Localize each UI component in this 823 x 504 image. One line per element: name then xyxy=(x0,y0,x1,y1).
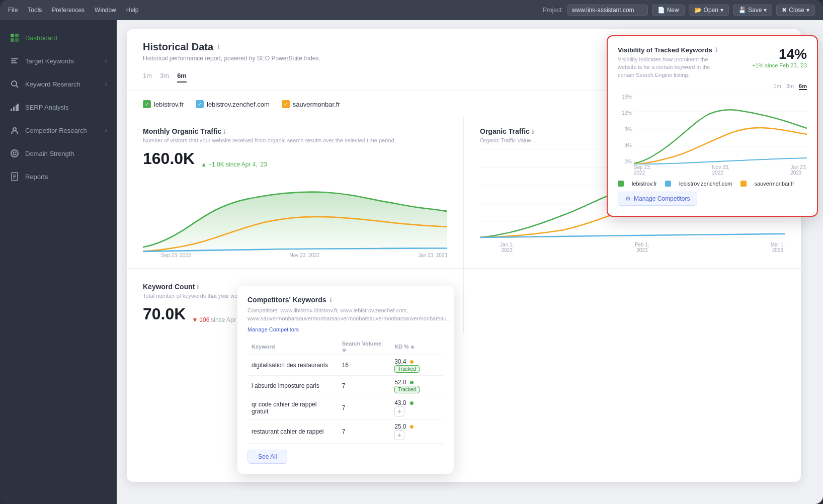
monthly-organic-panel: Monthly Organic Traffic ℹ Number of visi… xyxy=(127,117,464,269)
vol-cell-3: 7 xyxy=(338,396,391,420)
x-labels-ot: Jan 1,2023 Feb 1,2023 Mar 1,2023 xyxy=(480,242,785,253)
app-container: Dashboard Target Keywords › Keyword Rese… xyxy=(0,20,823,504)
vol-cell-4: 7 xyxy=(338,420,391,444)
main-content: Historical Data ℹ Historical performance… xyxy=(117,20,823,504)
table-row: restaurant cahier de rappel 7 25.0 + xyxy=(248,420,444,444)
vis-y-labels: 0% 4% 8% 12% 16% xyxy=(618,94,632,164)
sidebar-item-label-reports: Reports xyxy=(25,173,48,181)
see-all-button[interactable]: See All xyxy=(248,450,287,464)
kd-cell-1: 30.4 Tracked xyxy=(390,355,444,376)
kw-subtitle: Competitors: www.libistrov-libistrov.fr,… xyxy=(248,307,444,322)
sidebar: Dashboard Target Keywords › Keyword Rese… xyxy=(0,20,117,504)
sort-icon-kd: ⊕ xyxy=(410,345,415,350)
kd-dot-2 xyxy=(410,381,414,384)
serp-analysis-icon xyxy=(10,103,19,112)
svg-rect-1 xyxy=(15,34,19,37)
vis-change: +1% since Feb 23, '23 xyxy=(752,62,807,68)
competitor-checkbox-green[interactable]: ✓ xyxy=(143,100,151,108)
sidebar-item-target-keywords[interactable]: Target Keywords › xyxy=(0,49,117,72)
open-icon: 📂 xyxy=(694,7,702,14)
monthly-organic-chart xyxy=(143,172,447,253)
time-tab-6m[interactable]: 6m xyxy=(177,70,187,82)
competitor-checkbox-yellow[interactable]: ✓ xyxy=(282,100,290,108)
settings-icon-vis: ⚙ xyxy=(625,195,631,202)
time-tab-1m[interactable]: 1m xyxy=(143,70,152,82)
vis-header-right: 14% +1% since Feb 23, '23 xyxy=(752,46,807,68)
competitor-name-1: lebistrov.fr xyxy=(154,101,184,108)
chevron-right-icon: › xyxy=(105,58,107,64)
sidebar-item-reports[interactable]: Reports xyxy=(0,165,117,188)
kw-cell-1: digitalisation des restaurants xyxy=(248,355,338,376)
competitor-item-3: ✓ sauvermonbar.fr xyxy=(282,100,340,108)
time-tab-3m[interactable]: 3m xyxy=(160,70,169,82)
vol-cell-1: 16 xyxy=(338,355,391,376)
col-keyword: Keyword xyxy=(248,339,338,355)
menu-file[interactable]: File xyxy=(8,7,18,14)
dashboard-icon xyxy=(10,33,19,42)
sidebar-item-competitor-research[interactable]: Competitor Research › xyxy=(0,119,117,142)
chevron-right-icon-kw: › xyxy=(105,81,107,87)
kw-cell-2: l absurde imposture paris xyxy=(248,376,338,396)
sidebar-item-keyword-research[interactable]: Keyword Research › xyxy=(0,72,117,96)
menu-window[interactable]: Window xyxy=(95,7,116,14)
add-keyword-4-button[interactable]: + xyxy=(394,430,404,440)
new-button[interactable]: 📄 New xyxy=(652,5,685,16)
manage-competitors-link[interactable]: Manage Competitors xyxy=(248,326,299,332)
competitor-item-2: ✓ lebistrov.zenchef.com xyxy=(196,100,270,108)
tracked-badge-2: Tracked xyxy=(394,386,420,393)
svg-rect-11 xyxy=(16,105,17,111)
project-selector[interactable]: www.link-assistant.com xyxy=(567,5,648,16)
kd-cell-4: 25.0 + xyxy=(390,420,444,444)
competitor-checkbox-blue[interactable]: ✓ xyxy=(196,100,204,108)
open-button[interactable]: 📂 Open ▾ xyxy=(689,5,729,16)
menu-tools[interactable]: Tools xyxy=(28,7,42,14)
save-button[interactable]: 💾 Save ▾ xyxy=(733,5,772,16)
kw-table: Keyword Search Volume ⊕ KD % ⊕ digitalis xyxy=(248,339,444,444)
svg-line-8 xyxy=(16,86,18,88)
svg-point-14 xyxy=(11,150,18,157)
svg-rect-5 xyxy=(11,60,16,61)
keyword-count-value: 70.0K xyxy=(143,305,186,323)
menu-bar: File Tools Preferences Window Help Proje… xyxy=(0,0,823,20)
sidebar-item-label-target-keywords: Target Keywords xyxy=(25,57,74,65)
table-row: digitalisation des restaurants 16 30.4 T… xyxy=(248,355,444,376)
svg-point-7 xyxy=(12,81,17,86)
svg-rect-9 xyxy=(11,109,12,111)
vis-value: 14% xyxy=(752,46,807,62)
close-button[interactable]: ✖ Close ▾ xyxy=(776,5,815,16)
menu-preferences[interactable]: Preferences xyxy=(52,7,85,14)
chevron-right-icon-comp: › xyxy=(105,128,107,133)
competitors-keywords-card: Competitors' Keywords ℹ Competitors: www… xyxy=(237,286,454,474)
kd-dot-1 xyxy=(410,360,414,364)
svg-rect-2 xyxy=(11,38,14,42)
vis-tab-6m[interactable]: 6m xyxy=(799,83,807,90)
vis-subtitle: Visibility indicates how prominent the w… xyxy=(618,56,718,79)
new-icon: 📄 xyxy=(657,7,665,14)
table-row: l absurde imposture paris 7 52.0 Tracked xyxy=(248,376,444,396)
vis-tab-1m[interactable]: 1m xyxy=(774,83,781,90)
target-keywords-icon xyxy=(10,56,19,65)
kd-cell-3: 43.0 + xyxy=(390,396,444,420)
info-icon-vis: ℹ xyxy=(715,47,717,53)
competitor-item-1: ✓ lebistrov.fr xyxy=(143,100,184,108)
svg-rect-12 xyxy=(17,104,19,111)
vis-header: Visibility of Tracked Keywords ℹ Visibil… xyxy=(618,46,807,79)
info-icon-kw: ℹ xyxy=(330,297,332,303)
menu-help[interactable]: Help xyxy=(126,7,139,14)
project-label: Project: xyxy=(543,7,563,14)
sidebar-item-label-dashboard: Dashboard xyxy=(25,34,57,42)
sidebar-item-domain-strength[interactable]: Domain Strength xyxy=(0,142,117,165)
svg-point-15 xyxy=(13,152,16,155)
sidebar-item-serp-analysis[interactable]: SERP Analysis xyxy=(0,96,117,119)
competitor-research-icon xyxy=(10,126,19,135)
domain-strength-icon xyxy=(10,149,19,158)
info-icon-ot: ℹ xyxy=(532,129,534,135)
vis-legend: lebistrov.fr lebistrov.zenchef.com sauve… xyxy=(618,181,807,187)
vis-manage-competitors-button[interactable]: ⚙ Manage Competitors xyxy=(618,192,697,206)
legend-dot-yellow xyxy=(740,181,747,187)
sidebar-item-label-keyword-research: Keyword Research xyxy=(25,80,80,88)
vis-tab-3m[interactable]: 3m xyxy=(786,83,794,90)
monthly-organic-title: Monthly Organic Traffic ℹ xyxy=(143,127,447,135)
add-keyword-3-button[interactable]: + xyxy=(394,406,404,416)
sidebar-item-dashboard[interactable]: Dashboard xyxy=(0,26,117,49)
